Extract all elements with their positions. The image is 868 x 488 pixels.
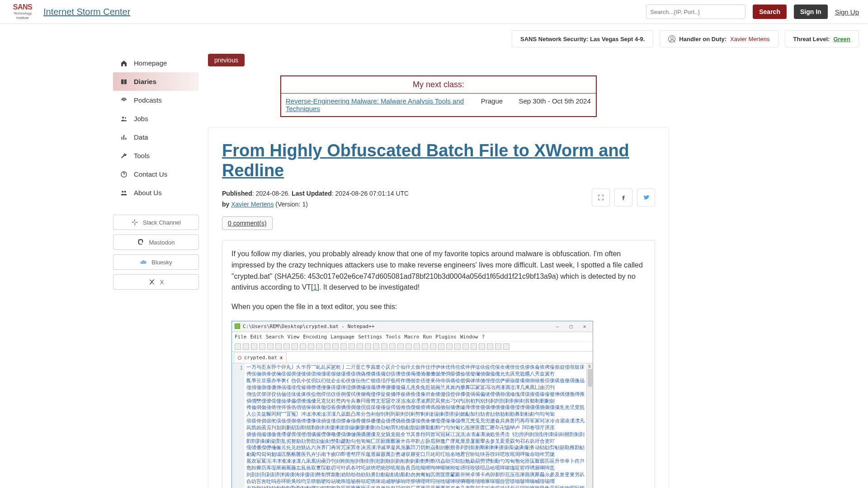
search-button[interactable]: Search [753,5,787,19]
notepad-toolbar-icon [267,343,274,350]
next-class-dates: Sep 30th - Oct 5th 2024 [514,94,597,117]
notepad-menu-settings: Settings [358,334,382,340]
sans-logo[interactable]: SANS Technology Institute [9,4,36,20]
fullscreen-button[interactable] [592,188,610,206]
sidebar-item-podcasts[interactable]: Podcasts [113,91,199,109]
handler-card: Handler on Duty: Xavier Mertens [660,30,778,47]
notepad-menu-tools: Tools [386,334,401,340]
social-x[interactable]: X [113,274,199,290]
notepad-toolbar-icon [414,343,420,350]
promo-card[interactable]: SANS Network Security: Las Vegas Sept 4-… [512,30,653,47]
sign-in-button[interactable]: Sign In [794,5,828,19]
social-bluesky[interactable]: Bluesky [113,254,199,270]
diary-article: From Highly Obfuscated Batch File to XWo… [208,127,669,488]
window-maximize-icon: □ [566,323,576,330]
svg-rect-8 [134,223,135,225]
sidebar-item-label: Data [134,133,148,141]
book-icon [120,78,127,85]
next-class-course-link[interactable]: Reverse-Engineering Malware: Malware Ana… [286,97,464,113]
sidebar-item-label: About Us [134,189,162,197]
notepad-scrollbar: x [586,363,593,488]
svg-rect-7 [132,222,134,223]
notepad-menu-file: File [235,334,247,340]
sidebar-item-contact-us[interactable]: Contact Us [113,165,199,183]
published-label: Published [222,190,252,197]
previous-button[interactable]: previous [208,54,245,66]
notepad-toolbar-icon [438,343,444,350]
share-row [592,188,655,206]
facebook-icon [620,194,627,201]
sidebar-item-tools[interactable]: Tools [113,146,199,165]
notepad-toolbar-icon [487,343,493,350]
version-text: (Version: 1) [275,201,308,208]
notepad-toolbar-icon [479,343,485,350]
sign-up-link[interactable]: Sign Up [835,8,859,16]
notepad-toolbar-icon [251,343,257,350]
notepad-toolbar-icon [340,343,347,350]
promo-text: SANS Network Security: Las Vegas Sept 4-… [520,36,645,42]
notepad-toolbar-icon [316,343,322,350]
body-paragraph-1: If you follow my diaries, you probably a… [231,249,646,293]
notepad-toolbar-icon [495,343,501,350]
sidebar-item-about-us[interactable]: About Us [113,183,199,202]
notepad-toolbar-icon [503,343,509,350]
sidebar-item-label: Homepage [134,59,167,67]
group-icon [120,189,127,197]
svg-rect-6 [134,219,135,221]
comments-button[interactable]: 0 comment(s) [222,216,273,230]
notepad-menu-view: View [288,334,300,340]
updated-value: 2024-08-26 07:01:14 UTC [335,190,409,197]
notepad-toolbar-icon [365,343,371,350]
notepad-content: 一万与丕东丣个丱丸丿乆乍乔乛乢乩买乷乾亅二亓亚亡亨亯亶亽仄介仒仙仠仧仮仵仼伃伊休… [245,363,586,488]
sidebar-item-label: Tools [134,152,150,160]
notepad-menu-?: ? [481,334,485,340]
twitter-share-button[interactable] [637,188,655,206]
notepad-toolbar [232,342,593,352]
mastodon-icon [137,239,144,246]
tab-modified-dot-icon [238,356,241,360]
notepad-body: 1 一万与丕东丣个丱丸丿乆乍乔乛乢乩买乷乾亅二亓亚亡亨亯亶亽仄介仒仙仠仧仮仵仼伃… [232,363,593,488]
sidebar-item-jobs[interactable]: Jobs [113,109,199,128]
logo-line-1: SANS [13,4,32,11]
article-title-link[interactable]: From Highly Obfuscated Batch File to XWo… [222,141,629,180]
notepad-toolbar-icon [332,343,339,350]
user-circle-icon [668,35,675,42]
author-link[interactable]: Xavier Mertens [231,201,274,208]
by-label: by [222,201,229,208]
social-label: Bluesky [151,259,172,266]
threat-value-link[interactable]: Green [833,36,850,42]
sidebar-item-data[interactable]: Data [113,128,199,146]
notepad-menu-run: Run [423,334,432,340]
notepad-menu-search: Search [266,334,284,340]
published-value: 2024-08-26. [256,190,290,197]
notepad-gutter: 1 [232,363,245,488]
notepad-toolbar-icon [406,343,412,350]
social-mastodon[interactable]: Mastodon [113,235,199,250]
notepad-toolbar-icon [308,343,314,350]
scrollbar-close-icon: x [586,363,593,370]
notepad-toolbar-icon [275,343,282,350]
chart-icon [120,134,127,141]
sidebar: HomepageDiariesPodcastsJobsDataToolsCont… [113,54,199,290]
handler-name-link[interactable]: Xavier Mertens [730,36,769,42]
social-slack-channel[interactable]: Slack Channel [113,215,199,230]
facebook-share-button[interactable] [614,188,632,206]
search-input[interactable] [646,5,745,19]
notepad-toolbar-icon [292,343,298,350]
site-title-link[interactable]: Internet Storm Center [43,7,130,17]
sidebar-item-label: Jobs [134,115,148,122]
slack-icon [131,219,138,226]
social-label: Slack Channel [143,219,181,226]
svg-point-5 [124,191,126,192]
notepad-toolbar-icon [381,343,387,350]
notepad-toolbar-icon [397,343,404,350]
users-icon [120,115,127,122]
next-class-heading: My next class: [281,76,596,94]
sidebar-item-homepage[interactable]: Homepage [113,54,199,72]
threat-card: Threat Level: Green [785,30,859,47]
next-class-table: My next class: Reverse-Engineering Malwa… [280,75,597,117]
sidebar-item-diaries[interactable]: Diaries [113,72,199,91]
notepad-toolbar-icon [373,343,379,350]
updated-label: Last Updated [292,190,332,197]
sidebar-item-label: Podcasts [134,96,162,104]
